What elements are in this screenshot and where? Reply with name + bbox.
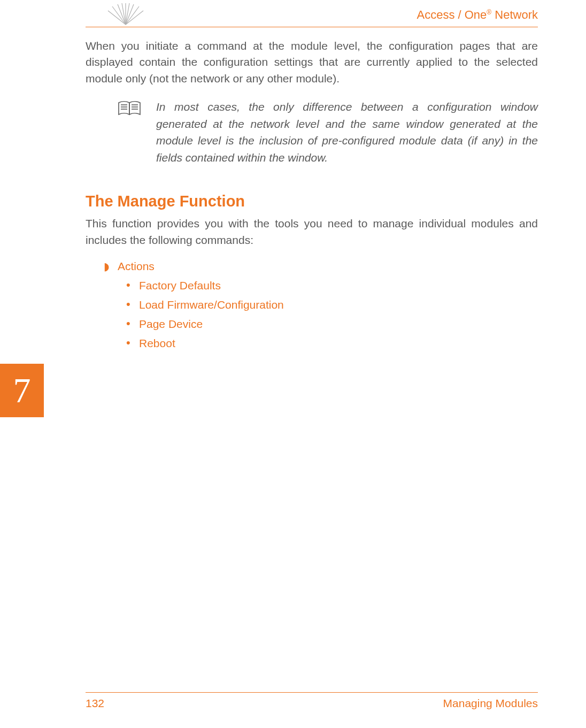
list-item: Reboot — [126, 337, 538, 350]
document-page: Access / One® Network When you initiate … — [0, 0, 586, 728]
svg-line-8 — [126, 3, 129, 25]
logo-icon — [107, 3, 144, 26]
section-intro: This function provides you with the tool… — [86, 216, 538, 248]
list-item-label: Actions — [118, 260, 155, 272]
footer-divider — [86, 692, 538, 693]
list-item: Factory Defaults — [126, 279, 538, 292]
page-header: Access / One® Network — [86, 11, 538, 27]
chapter-tab: 7 — [0, 364, 44, 417]
svg-line-7 — [122, 3, 126, 25]
list-item: Page Device — [126, 318, 538, 331]
list-item: Load Firmware/Configuration — [126, 298, 538, 311]
header-title: Access / One® Network — [417, 8, 538, 22]
header-divider — [86, 27, 538, 27]
note-text: In most cases, the only difference betwe… — [156, 98, 538, 166]
book-icon — [118, 101, 141, 117]
page-number: 132 — [86, 697, 104, 710]
section-heading: The Manage Function — [86, 193, 538, 210]
list-item-actions: Actions Factory Defaults Load Firmware/C… — [104, 260, 538, 350]
page-footer: 132 Managing Modules — [86, 692, 538, 710]
intro-paragraph: When you initiate a command at the modul… — [86, 38, 538, 87]
note-block: In most cases, the only difference betwe… — [118, 98, 538, 166]
footer-section-name: Managing Modules — [443, 697, 538, 710]
actions-sublist: Factory Defaults Load Firmware/Configura… — [126, 279, 538, 350]
command-list: Actions Factory Defaults Load Firmware/C… — [104, 260, 538, 350]
